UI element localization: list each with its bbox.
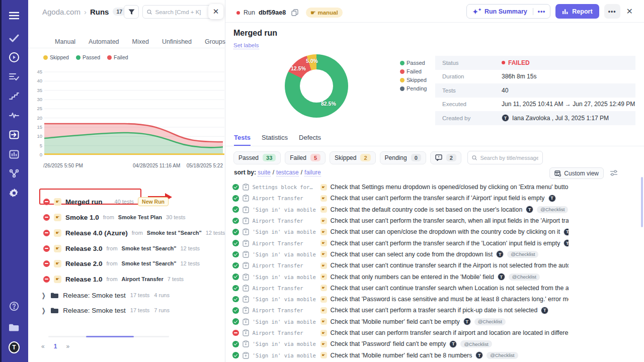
status-filter-chips: 2 Passed 33 Failed 5 Skipped 2 Pending 0 <box>233 151 543 164</box>
test-row[interactable]: Settings block for… ☛ Check that Setting… <box>232 182 569 193</box>
testcase-icon <box>243 274 249 281</box>
info-label: Tests <box>435 87 502 94</box>
panel-close-button[interactable]: ✕ <box>208 4 223 19</box>
test-row[interactable]: 'Sign in' via mobile ☛ Check that only n… <box>232 271 569 282</box>
gear-icon[interactable] <box>9 188 20 199</box>
test-row[interactable]: Airport Transfer ☛ Check that user can't… <box>232 193 569 204</box>
copy-icon[interactable] <box>291 9 298 16</box>
run-name: Smoke 1.0 <box>65 214 99 221</box>
test-row[interactable]: Airport Transfer ☛ Check that user can't… <box>232 237 569 248</box>
close-run-button[interactable]: ✕ <box>625 7 634 16</box>
test-row[interactable]: 'Sign in' via mobile ☛ Check that 'Mobil… <box>232 316 569 327</box>
runs-tab-automated[interactable]: Automated <box>89 38 119 45</box>
more-actions-button[interactable]: ••• <box>604 4 620 19</box>
run-group-item[interactable]: ❯ Release: Smoke test 17 tests 4 runs <box>41 289 170 302</box>
chip-skipped[interactable]: Skipped 2 <box>330 151 376 164</box>
test-suite-name: Airport Transfer <box>253 218 317 224</box>
runs-search[interactable] <box>142 5 217 19</box>
comment-filter-chip[interactable]: 2 <box>430 151 461 164</box>
test-row[interactable]: Airport Transfer ☛ Check that user can't… <box>232 260 569 271</box>
runs-tab-unfinished[interactable]: Unfinished <box>162 38 192 45</box>
chip-failed[interactable]: Failed 5 <box>285 151 326 164</box>
test-row[interactable]: 'Sign in' via mobile ☛ Check that user c… <box>232 226 569 237</box>
view-settings-icon[interactable] <box>610 169 618 176</box>
testcase-icon <box>243 340 249 347</box>
y-axis-tick: 25 <box>0 106 42 111</box>
test-row[interactable]: 'Sign in' via mobile ☛ Check that the de… <box>232 204 569 215</box>
test-row[interactable]: Airport Transfer ☛ Check that user can't… <box>232 305 569 316</box>
legend-item: Failed <box>107 54 128 60</box>
folder-icon[interactable] <box>9 322 20 333</box>
menu-icon[interactable] <box>9 10 20 21</box>
sort-link-failure[interactable]: failure <box>304 169 321 176</box>
tests-search[interactable] <box>467 151 543 164</box>
test-row[interactable]: Airport Transfer ☛ Check that user can't… <box>232 215 569 226</box>
run-list-item[interactable]: ☛ Merged run 40 tests New Run <box>43 195 169 208</box>
run-group-item[interactable]: ❯ Release: Smoke test 17 tests 7 runs <box>41 304 170 317</box>
check-icon[interactable] <box>9 33 20 44</box>
runs-tab-groups[interactable]: Groups <box>205 38 225 45</box>
chip-passed[interactable]: Passed 33 <box>233 151 281 164</box>
legend-dot <box>400 69 405 74</box>
pagination-current[interactable]: 1 <box>54 343 57 350</box>
breadcrumb-project[interactable]: Agoda.com <box>42 8 80 16</box>
testcase-icon <box>243 285 249 292</box>
hand-icon: ☛ <box>310 9 315 16</box>
test-row[interactable]: Airport Transfer ☛ Check that user can p… <box>232 327 569 338</box>
failed-status-icon <box>43 276 50 283</box>
y-axis-tick: 40 <box>0 78 42 83</box>
help-icon[interactable] <box>9 301 20 312</box>
run-tests-count: 12 tests <box>180 260 200 266</box>
report-button[interactable]: Report <box>555 4 599 19</box>
tests-search-input[interactable] <box>480 155 538 161</box>
test-tag: @Checklist <box>487 352 518 359</box>
test-suite-name: 'Sign in' via mobile <box>253 229 317 235</box>
tests-scrollbar-thumb[interactable] <box>641 177 643 227</box>
test-suite-name: Airport Transfer <box>253 195 317 201</box>
run-list-item[interactable]: ☛ Release 3.0 from Smoke test "Search" 1… <box>43 242 200 255</box>
run-summary-more-button[interactable]: ••• <box>533 8 550 15</box>
testcase-icon <box>243 184 249 191</box>
run-summary-button[interactable]: ✦✦Run Summary ••• <box>466 4 550 19</box>
custom-view-button[interactable]: Custom view <box>549 167 604 179</box>
chevron-right-icon[interactable]: ❯ <box>42 292 45 299</box>
tab-tests[interactable]: Tests <box>234 134 251 146</box>
sort-link-suite[interactable]: suite <box>258 169 270 176</box>
set-labels-link[interactable]: Set labels <box>233 42 259 49</box>
test-row[interactable]: 'Sign in' via mobile ☛ Check that 'Passw… <box>232 338 569 349</box>
branch-icon[interactable] <box>9 168 20 179</box>
sort-link-testcase[interactable]: testcase <box>276 169 299 176</box>
tab-defects[interactable]: Defects <box>299 134 321 146</box>
run-plan-name: Smoke test "Search" <box>147 230 202 236</box>
tab-statistics[interactable]: Statistics <box>262 134 288 146</box>
test-row[interactable]: 'Sign in' via mobile ☛ Check that user c… <box>232 249 569 260</box>
test-row[interactable]: 'Sign in' via mobile ☛ Check that 'Mobil… <box>232 349 569 360</box>
manual-test-icon: ☛ <box>320 274 327 280</box>
pagination-next[interactable]: » <box>66 343 69 350</box>
run-list-item[interactable]: ☛ Release 1.0 from Airport Transfer 7 te… <box>43 273 184 286</box>
avatar-t[interactable]: T <box>9 342 20 353</box>
testcase-icon <box>243 262 249 269</box>
runs-tab-mixed[interactable]: Mixed <box>132 38 149 45</box>
play-circle-icon[interactable] <box>9 52 20 63</box>
runs-tab-manual[interactable]: Manual <box>55 38 75 45</box>
legend-item: Passed <box>76 54 100 60</box>
test-title: Check that 'Password is case sensitive a… <box>331 296 569 303</box>
pagination-prev[interactable]: « <box>41 343 45 350</box>
test-title: Check that user can't continue transfer … <box>331 262 569 269</box>
run-list-item[interactable]: ☛ Release 2.0 from Smoke test "Search" 1… <box>43 257 200 270</box>
manual-test-icon: ☛ <box>320 240 327 246</box>
run-list-item[interactable]: ☛ Smoke 1.0 from Smoke Test Plan 30 test… <box>43 211 186 224</box>
test-row[interactable]: 'Sign in' via mobile ☛ Check that 'Passw… <box>232 294 569 305</box>
test-row[interactable]: Airport Transfer ☛ Check that user can't… <box>232 283 569 294</box>
testcase-icon <box>243 352 249 359</box>
breadcrumb-section[interactable]: Runs <box>90 8 109 16</box>
runs-scrollbar-thumb[interactable] <box>86 336 134 337</box>
donut-label-passed: 82.5% <box>321 101 336 107</box>
chip-pending[interactable]: Pending 0 <box>380 151 426 164</box>
runs-search-input[interactable] <box>155 9 212 15</box>
chevron-right-icon[interactable]: ❯ <box>42 307 45 314</box>
run-list-item[interactable]: ☛ Release 4.0 (Azure) from Smoke test "S… <box>43 226 225 239</box>
info-row: Duration 386h 8m 15s <box>435 70 635 84</box>
filter-button[interactable] <box>124 5 139 19</box>
